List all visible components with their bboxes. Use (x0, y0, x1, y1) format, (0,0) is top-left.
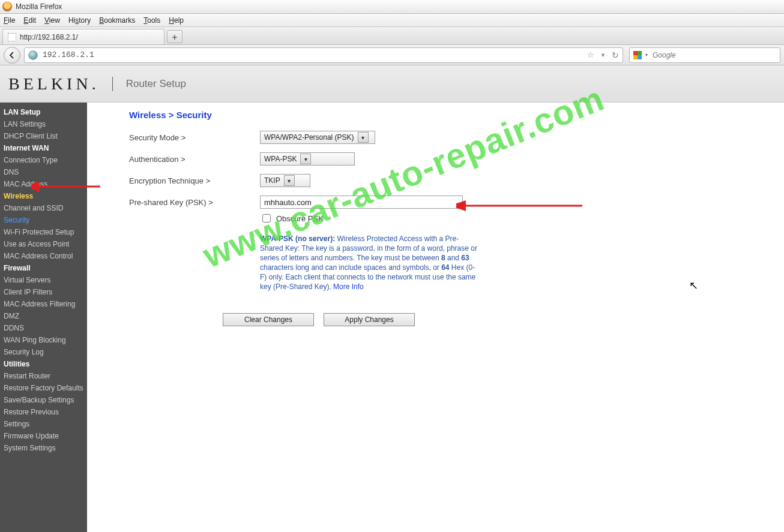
info-b2: characters long and can include spaces a… (260, 263, 441, 272)
select-authentication-value: WPA-PSK (264, 155, 297, 163)
menu-help[interactable]: Help (169, 16, 184, 25)
star-icon[interactable]: ☆ (587, 50, 594, 59)
sidebar-item-connection-type[interactable]: Connection Type (0, 154, 87, 166)
chevron-down-icon: ▾ (284, 175, 295, 186)
sidebar-item-mac-address[interactable]: MAC Address (0, 178, 87, 190)
menu-edit[interactable]: Edit (23, 16, 36, 25)
menu-file[interactable]: File (4, 16, 15, 25)
chevron-down-icon: ▾ (358, 132, 369, 143)
sidebar-item-client-ip-filters[interactable]: Client IP Filters (0, 286, 87, 298)
sidebar-item-dhcp-client-list[interactable]: DHCP Client List (0, 130, 87, 142)
row-security-mode: Security Mode > WPA/WPA2-Personal (PSK) … (129, 131, 784, 144)
sidebar-item-restart[interactable]: Restart Router (0, 370, 87, 382)
select-authentication[interactable]: WPA-PSK ▾ (260, 152, 355, 166)
row-psk: Pre-shared Key (PSK) > (129, 196, 784, 209)
page-viewport: BELKIN. Router Setup Home | Help | Logou… (0, 65, 784, 532)
reload-icon[interactable]: ↻ (612, 50, 619, 60)
sidebar: LAN Setup LAN Settings DHCP Client List … (0, 103, 87, 532)
url-input[interactable] (41, 50, 583, 60)
info-text: WPA-PSK (no server): Wireless Protected … (260, 234, 477, 291)
info-n1: 8 (441, 254, 445, 262)
sidebar-hdr-lan: LAN Setup (0, 106, 87, 118)
svg-rect-0 (633, 51, 638, 55)
tab-strip: http://192.168.2.1/ + (0, 27, 784, 45)
browser-menubar: File Edit View History Bookmarks Tools H… (0, 14, 784, 27)
select-security-mode[interactable]: WPA/WPA2-Personal (PSK) ▾ (260, 131, 375, 144)
psk-input[interactable] (260, 196, 463, 209)
sidebar-item-dns[interactable]: DNS (0, 166, 87, 178)
browser-tab[interactable]: http://192.168.2.1/ (2, 29, 164, 44)
svg-rect-1 (638, 51, 642, 55)
sidebar-item-firmware[interactable]: Firmware Update (0, 430, 87, 442)
globe-icon (28, 50, 38, 60)
sidebar-item-virtual-servers[interactable]: Virtual Servers (0, 274, 87, 286)
menu-tools[interactable]: Tools (143, 16, 160, 25)
sidebar-item-restore-prev[interactable]: Restore Previous Settings (0, 406, 87, 430)
select-encryption[interactable]: TKIP ▾ (260, 174, 310, 187)
row-encryption: Encryption Technique > TKIP ▾ (129, 174, 784, 187)
sidebar-item-restore-factory[interactable]: Restore Factory Defaults (0, 382, 87, 394)
label-psk: Pre-shared Key (PSK) > (129, 198, 260, 207)
apply-changes-button[interactable]: Apply Changes (324, 313, 415, 326)
sidebar-item-wps[interactable]: Wi-Fi Protected Setup (0, 226, 87, 238)
back-button[interactable] (4, 47, 20, 64)
dropdown-icon[interactable]: ▼ (600, 52, 606, 58)
svg-rect-3 (638, 55, 642, 59)
button-row: Clear Changes Apply Changes (223, 313, 784, 326)
sidebar-hdr-utilities: Utilities (0, 358, 87, 370)
breadcrumb: Wireless > Security (129, 110, 784, 120)
router-header: BELKIN. Router Setup (0, 65, 784, 103)
router-setup-label: Router Setup (126, 78, 186, 90)
url-bar[interactable]: ☆ ▼ ↻ (24, 47, 623, 63)
menu-history[interactable]: History (68, 16, 91, 25)
obscure-psk-checkbox[interactable] (262, 214, 271, 223)
sidebar-hdr-firewall: Firewall (0, 262, 87, 274)
select-encryption-value: TKIP (264, 176, 280, 185)
svg-rect-2 (633, 55, 638, 59)
google-icon (633, 51, 642, 59)
obscure-psk-label: Obscure PSK (276, 214, 324, 223)
info-n3: 64 (441, 263, 449, 272)
tab-favicon (8, 33, 16, 41)
cursor-icon: ↖ (689, 279, 698, 292)
sidebar-item-security-log[interactable]: Security Log (0, 346, 87, 358)
sidebar-item-ddns[interactable]: DDNS (0, 322, 87, 334)
info-m1: and (445, 254, 462, 262)
browser-navbar: ☆ ▼ ↻ ▾ (0, 45, 784, 65)
sidebar-item-mac-filtering[interactable]: MAC Address Filtering (0, 298, 87, 310)
sidebar-hdr-wireless[interactable]: Wireless (0, 190, 87, 202)
belkin-logo: BELKIN. (8, 74, 113, 94)
sidebar-item-use-as-ap[interactable]: Use as Access Point (0, 238, 87, 250)
chevron-down-icon: ▾ (300, 154, 311, 164)
label-security-mode: Security Mode > (129, 133, 260, 142)
window-titlebar: Mozilla Firefox (0, 0, 784, 14)
sidebar-item-wan-ping[interactable]: WAN Ping Blocking (0, 334, 87, 346)
sidebar-item-security[interactable]: Security (0, 214, 87, 226)
search-dropdown-icon[interactable]: ▾ (645, 52, 648, 58)
urlbar-icons: ☆ ▼ ↻ (587, 50, 619, 60)
label-encryption: Encryption Technique > (129, 176, 260, 185)
sidebar-item-save-backup[interactable]: Save/Backup Settings (0, 394, 87, 406)
sidebar-item-lan-settings[interactable]: LAN Settings (0, 118, 87, 130)
sidebar-item-channel-ssid[interactable]: Channel and SSID (0, 202, 87, 214)
window-title: Mozilla Firefox (16, 2, 62, 11)
clear-changes-button[interactable]: Clear Changes (223, 313, 314, 326)
info-lead: WPA-PSK (no server): (260, 235, 335, 243)
label-authentication: Authentication > (129, 155, 260, 164)
sidebar-hdr-internet-wan: Internet WAN (0, 142, 87, 154)
menu-view[interactable]: View (44, 16, 60, 25)
more-info-link[interactable]: More Info (333, 282, 364, 291)
select-security-mode-value: WPA/WPA2-Personal (PSK) (264, 133, 354, 142)
sidebar-item-system[interactable]: System Settings (0, 442, 87, 454)
search-bar[interactable]: ▾ (629, 47, 780, 63)
row-obscure: Obscure PSK (260, 212, 784, 224)
menu-bookmarks[interactable]: Bookmarks (99, 16, 135, 25)
tab-label: http://192.168.2.1/ (20, 33, 78, 41)
new-tab-button[interactable]: + (167, 30, 182, 43)
sidebar-item-mac-control[interactable]: MAC Address Control (0, 250, 87, 262)
info-n2: 63 (461, 254, 469, 262)
router-body: LAN Setup LAN Settings DHCP Client List … (0, 103, 784, 532)
sidebar-item-dmz[interactable]: DMZ (0, 310, 87, 322)
row-authentication: Authentication > WPA-PSK ▾ (129, 152, 784, 166)
search-input[interactable] (651, 50, 776, 60)
